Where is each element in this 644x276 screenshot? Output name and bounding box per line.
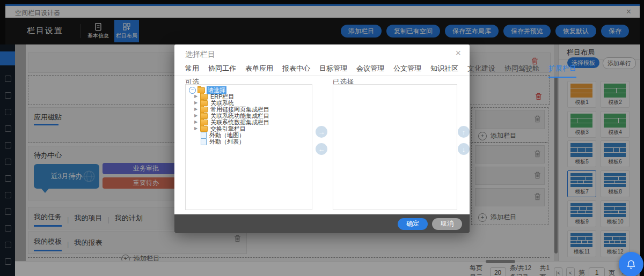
move-up-button[interactable]: ↑ <box>458 126 470 138</box>
collapse-icon[interactable]: − <box>189 87 196 94</box>
modal-tab-报表中心[interactable]: 报表中心 <box>282 64 310 78</box>
modal-tab-文化建设[interactable]: 文化建设 <box>467 64 495 78</box>
screen: 空间栏目设计器 × 栏目设置 基本信息 栏目布局 添加栏目复制已有空间保存至布局… <box>0 0 644 276</box>
file-icon <box>201 138 207 145</box>
modal-title: 选择栏目 <box>185 50 215 59</box>
tree-node[interactable]: 外勤（地图） <box>189 132 311 138</box>
expand-icon[interactable]: ▶ <box>194 94 200 99</box>
selected-listbox[interactable] <box>333 84 457 210</box>
modal-tab-协同驾驶舱[interactable]: 协同驾驶舱 <box>504 64 539 78</box>
modal-close-icon[interactable]: × <box>455 48 461 59</box>
modal-tab-扩展栏目[interactable]: 扩展栏目 <box>548 64 576 78</box>
folder-icon <box>200 94 208 100</box>
cancel-button[interactable]: 取消 <box>432 218 462 230</box>
notification-bell-button[interactable] <box>619 252 643 276</box>
tree-node[interactable]: ▶交换引擎栏目 <box>189 125 311 132</box>
modal-tab-公文管理[interactable]: 公文管理 <box>393 64 421 78</box>
select-column-modal: 选择栏目 × 常用协同工作表单应用报表中心目标管理会议管理公文管理知识社区文化建… <box>174 44 470 233</box>
tree-node[interactable]: ▶ERP栏目 <box>189 93 311 100</box>
move-left-button[interactable]: ← <box>316 143 327 155</box>
modal-tabs: 常用协同工作表单应用报表中心目标管理会议管理公文管理知识社区文化建设协同驾驶舱扩… <box>185 64 459 78</box>
tree-node-label: 外勤（列表） <box>208 138 246 146</box>
folder-icon <box>200 126 208 132</box>
expand-icon[interactable]: ▶ <box>194 107 200 112</box>
modal-tab-表单应用[interactable]: 表单应用 <box>245 64 273 78</box>
tree-node[interactable]: 外勤（列表） <box>189 138 311 145</box>
available-listbox[interactable]: −请选择▶ERP栏目▶关联系统▶常用链接网页集成栏目▶关联系统功能集成栏目▶关联… <box>185 84 312 210</box>
tree-node[interactable]: ▶关联系统数据集成栏目 <box>189 119 311 125</box>
file-icon <box>201 132 207 139</box>
tree-node[interactable]: −请选择 <box>189 87 311 93</box>
move-down-button[interactable]: ↓ <box>458 143 470 155</box>
expand-icon[interactable]: ▶ <box>194 120 200 125</box>
modal-tab-常用[interactable]: 常用 <box>185 64 199 78</box>
modal-tab-会议管理[interactable]: 会议管理 <box>356 64 384 78</box>
folder-icon <box>197 87 205 93</box>
folder-icon <box>200 107 208 113</box>
modal-tab-协同工作[interactable]: 协同工作 <box>208 64 236 78</box>
expand-icon[interactable]: ▶ <box>194 126 200 131</box>
category-tree: −请选择▶ERP栏目▶关联系统▶常用链接网页集成栏目▶关联系统功能集成栏目▶关联… <box>189 87 311 145</box>
confirm-button[interactable]: 确定 <box>398 218 428 230</box>
modal-footer: 确定 取消 <box>174 214 470 233</box>
folder-icon <box>200 100 208 106</box>
bell-icon <box>626 259 636 270</box>
modal-tab-知识社区[interactable]: 知识社区 <box>430 64 458 78</box>
folder-icon <box>200 113 208 119</box>
h-scrollbar-thumb[interactable] <box>486 260 515 263</box>
move-right-button[interactable]: → <box>316 126 327 138</box>
folder-icon <box>200 120 208 125</box>
expand-icon[interactable]: ▶ <box>194 100 200 106</box>
modal-tab-目标管理[interactable]: 目标管理 <box>319 64 347 78</box>
expand-icon[interactable]: ▶ <box>194 113 200 118</box>
